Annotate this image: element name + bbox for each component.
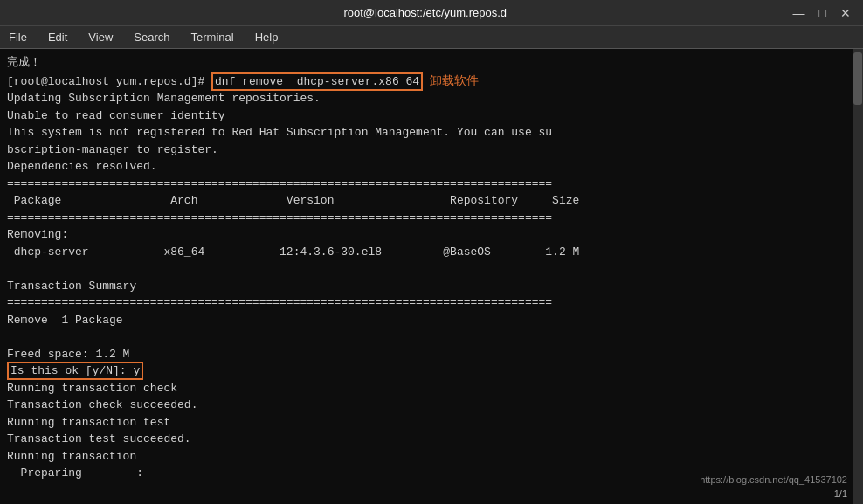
menu-edit[interactable]: Edit [45, 29, 71, 45]
command-highlight: dnf remove dhcp-server.x86_64 [211, 72, 423, 91]
menu-help[interactable]: Help [252, 29, 282, 45]
terminal-line: Running transaction check [7, 380, 856, 397]
menu-terminal[interactable]: Terminal [188, 29, 238, 45]
terminal-line: Unable to read consumer identity [7, 107, 856, 125]
terminal-prompt-input-line: Is this ok [y/N]: y [7, 362, 856, 380]
terminal-line: Removing: [7, 226, 856, 244]
window-controls[interactable]: — □ ✕ [790, 6, 854, 20]
menu-view[interactable]: View [85, 29, 116, 45]
terminal-line: 完成！ [7, 54, 856, 72]
menu-file[interactable]: File [5, 29, 31, 45]
watermark: https://blog.csdn.net/qq_41537102 [700, 473, 847, 487]
separator-line: ========================================… [7, 210, 856, 227]
terminal-line: Freed space: 1.2 M [7, 346, 856, 363]
terminal-prompt-line: [root@localhost yum.repos.d]# dnf remove… [7, 72, 856, 91]
menu-bar: File Edit View Search Terminal Help [0, 26, 863, 49]
terminal-line: bscription-manager to register. [7, 142, 856, 159]
terminal-line: This system is not registered to Red Hat… [7, 124, 856, 142]
terminal-line: dhcp-server x86_64 12:4.3.6-30.el8 @Base… [7, 244, 856, 261]
separator-line: ========================================… [7, 176, 856, 193]
annotation-text: 卸载软件 [430, 73, 479, 87]
terminal-line: Running transaction test [7, 414, 856, 432]
terminal-line: Transaction check succeeded. [7, 397, 856, 414]
terminal-line: Package Arch Version Repository Size [7, 192, 856, 210]
scrollbar[interactable] [853, 49, 863, 504]
terminal-line: Transaction test succeeded. [7, 431, 856, 448]
prompt-text: [root@localhost yum.repos.d]# [7, 75, 211, 88]
window-title: root@localhost:/etc/yum.repos.d [61, 6, 790, 19]
terminal-line: Dependencies resolved. [7, 158, 856, 176]
terminal-line: Transaction Summary [7, 278, 856, 295]
separator-line: ========================================… [7, 294, 856, 312]
terminal[interactable]: 完成！ [root@localhost yum.repos.d]# dnf re… [0, 49, 863, 504]
prompt-input-highlight: Is this ok [y/N]: y [7, 362, 143, 380]
terminal-line [7, 260, 856, 278]
maximize-button[interactable]: □ [816, 6, 830, 20]
terminal-line: Updating Subscription Management reposit… [7, 90, 856, 107]
menu-search[interactable]: Search [130, 29, 173, 45]
page-indicator: 1/1 [834, 487, 847, 501]
minimize-button[interactable]: — [790, 6, 809, 20]
terminal-line [7, 328, 856, 346]
scrollbar-thumb[interactable] [853, 52, 862, 105]
close-button[interactable]: ✕ [837, 6, 854, 20]
terminal-line: Running transaction [7, 448, 856, 466]
title-bar: root@localhost:/etc/yum.repos.d — □ ✕ [0, 0, 863, 26]
terminal-line: Remove 1 Package [7, 312, 856, 329]
